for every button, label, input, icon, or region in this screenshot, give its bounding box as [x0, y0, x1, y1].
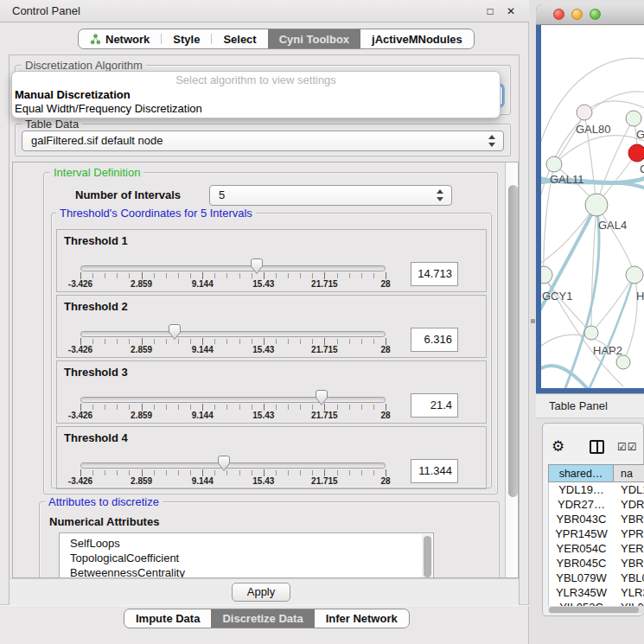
bottom-tab-bar: Impute DataDiscretize DataInfer Network	[124, 609, 410, 628]
algorithm-dropdown-popup: Select algorithm to view settings Manual…	[11, 71, 501, 118]
network-node[interactable]	[626, 111, 641, 126]
settings-container: Discretization Algorithm Table Data galF…	[9, 54, 520, 605]
table-horizontal-scrollbar[interactable]	[548, 606, 644, 614]
threshold-value-field[interactable]: 6.316	[411, 328, 458, 352]
tab-discretize-data[interactable]: Discretize Data	[211, 609, 314, 628]
network-edge	[596, 205, 634, 275]
scrollbar-thumb[interactable]	[508, 185, 518, 497]
network-node[interactable]	[541, 266, 552, 284]
number-of-intervals-combo[interactable]: 5	[209, 185, 452, 206]
network-node[interactable]	[626, 266, 643, 284]
tab-select[interactable]: Select	[212, 29, 267, 48]
minimize-window-icon[interactable]	[571, 9, 583, 20]
network-node[interactable]	[585, 194, 608, 216]
slider-track[interactable]	[80, 331, 386, 337]
tab-impute-data[interactable]: Impute Data	[124, 609, 211, 628]
slider-track[interactable]	[80, 462, 386, 469]
tick-label: 28	[380, 279, 390, 289]
panel-splitter-handle[interactable]	[531, 319, 535, 323]
threshold-value-field[interactable]: 21.4	[411, 393, 458, 418]
tick-label: 2.859	[131, 279, 152, 289]
cell-shared-name: YBR043C	[549, 512, 614, 526]
table-row[interactable]: YIL053C YIL0	[549, 600, 644, 606]
number-of-intervals-label: Number of Intervals	[75, 188, 181, 201]
network-node[interactable]	[616, 355, 630, 369]
threshold-label: Threshold 1	[64, 234, 128, 247]
tick-label: 21.715	[311, 476, 338, 486]
table-row[interactable]: YDR27… YDR2	[549, 497, 644, 512]
scrollbar-thumb[interactable]	[424, 536, 431, 577]
zoom-window-icon[interactable]	[590, 9, 601, 20]
network-node-label: GAL11	[550, 173, 584, 186]
cell-shared-name: YIL053C	[549, 600, 614, 606]
table-data-combo[interactable]: galFiltered.sif default node	[22, 131, 504, 151]
scrollbar-thumb[interactable]	[549, 607, 639, 613]
slider-thumb[interactable]	[249, 258, 265, 275]
numerical-attributes-list[interactable]: SelfLoopsTopologicalCoefficientBetweenne…	[59, 532, 434, 578]
attributes-list-scrollbar[interactable]	[422, 534, 432, 578]
dropdown-option-manual-discretization[interactable]: Manual Discretization	[12, 88, 500, 102]
threshold-value-field[interactable]: 11.344	[411, 459, 458, 483]
tab-style[interactable]: Style	[162, 29, 211, 48]
control-panel-titlebar: Control Panel □ ✕	[0, 0, 529, 22]
network-edge	[544, 275, 591, 333]
attribute-list-item[interactable]: SelfLoops	[60, 536, 433, 551]
column-header-na[interactable]: na	[613, 464, 644, 482]
close-window-icon[interactable]	[553, 9, 564, 20]
float-window-icon[interactable]: □	[482, 3, 498, 19]
table-row[interactable]: YLR345W YLR3	[549, 585, 644, 600]
network-node[interactable]	[546, 156, 562, 172]
table-row[interactable]: YBR043C YBR0	[549, 512, 644, 526]
threshold-value-field[interactable]: 14.713	[411, 262, 458, 286]
dropdown-option-equal-width-frequency-discretization[interactable]: Equal Width/Frequency Discretization	[12, 102, 500, 116]
tick-label: 21.715	[311, 279, 338, 289]
close-panel-icon[interactable]: ✕	[503, 3, 519, 19]
network-node[interactable]	[628, 144, 644, 162]
table-row[interactable]: YER054C YER0	[549, 541, 644, 556]
tick-label: 2.859	[131, 411, 152, 420]
slider-major-ticks	[80, 338, 387, 345]
threshold-label: Threshold 4	[64, 431, 128, 444]
cell-shared-name: YDR27…	[549, 497, 614, 512]
slider-track[interactable]	[80, 265, 386, 271]
network-window-titlebar[interactable]	[536, 4, 644, 25]
numerical-attributes-label: Numerical Attributes	[49, 515, 159, 528]
network-canvas[interactable]: GAL80GACGAL11GAL4GCY1HHAP2	[541, 25, 644, 388]
tab-jactivemnodules[interactable]: jActiveMNodules	[360, 29, 474, 48]
column-select-icon[interactable]: ☑☑	[617, 441, 638, 453]
tick-label: -3.426	[68, 411, 92, 420]
table-row[interactable]: YPR145W YPR1	[549, 526, 644, 541]
tick-label: 28	[380, 411, 390, 420]
cell-shared-name: YPR145W	[549, 526, 614, 541]
slider-thumb[interactable]	[167, 323, 182, 341]
tick-label: 15.43	[252, 411, 274, 420]
tick-label: 28	[380, 476, 390, 486]
tab-cyni-toolbox[interactable]: Cyni Toolbox	[268, 29, 360, 48]
settings-gear-icon[interactable]: ⚙	[552, 438, 564, 456]
network-node[interactable]	[577, 105, 592, 120]
split-columns-icon[interactable]	[590, 440, 604, 454]
threshold-panel: Threshold 3 -3.4262.8599.14415.4321.7152…	[56, 360, 487, 424]
top-tab-bar: NetworkStyleSelectCyni ToolboxjActiveMNo…	[78, 29, 475, 49]
tick-label: -3.426	[68, 476, 92, 486]
tab-network[interactable]: Network	[79, 29, 161, 48]
settings-vertical-scrollbar[interactable]	[505, 163, 519, 578]
slider-thumb[interactable]	[314, 389, 329, 406]
slider-thumb[interactable]	[216, 455, 232, 472]
attribute-list-item[interactable]: TopologicalCoefficient	[60, 551, 433, 565]
table-body[interactable]: YDL19… YDL1 YDR27… YDR2 YBR043C YBR0 YPR…	[548, 482, 644, 606]
tick-label: 15.43	[252, 476, 274, 486]
network-node[interactable]	[584, 326, 598, 340]
table-row[interactable]: YBR045C YBR0	[549, 556, 644, 571]
tick-label: 2.859	[131, 476, 152, 486]
column-header-shared-[interactable]: shared…	[548, 464, 613, 482]
attributes-group-label: Attributes to discretize	[45, 495, 163, 508]
slider-track[interactable]	[80, 397, 386, 403]
tab-infer-network[interactable]: Infer Network	[315, 609, 409, 628]
tick-label: 28	[380, 345, 390, 354]
table-row[interactable]: YBL079W YBL0	[549, 571, 644, 585]
tick-label: 15.43	[252, 279, 274, 289]
attribute-list-item[interactable]: BetweennessCentrality	[60, 565, 433, 578]
apply-button[interactable]: Apply	[232, 583, 290, 602]
table-row[interactable]: YDL19… YDL1	[549, 482, 644, 497]
